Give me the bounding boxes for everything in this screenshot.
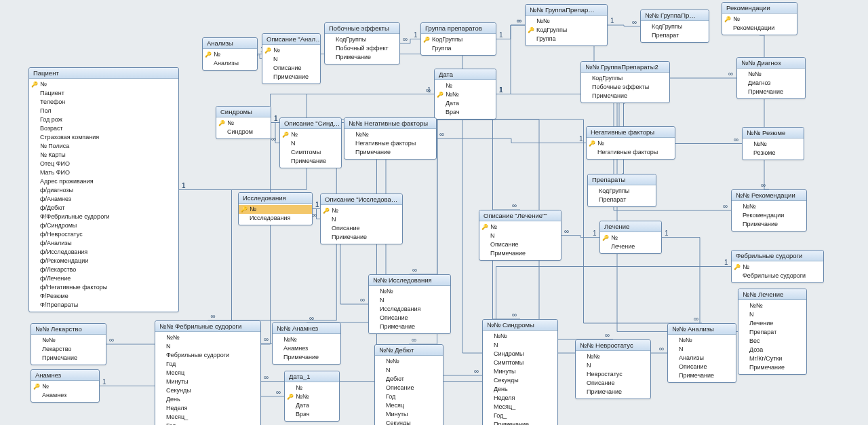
field[interactable]: Ф/Препараты	[29, 301, 178, 310]
field[interactable]: Фебрильные судороги	[732, 272, 823, 280]
table-t_nndiag[interactable]: №№ Диагноз№№ДиагнозПримечание	[736, 57, 806, 99]
field[interactable]: Фебрильные судороги	[155, 351, 260, 360]
field[interactable]: ф/Рекомендации	[29, 257, 178, 265]
table-header[interactable]: №№ Фебрильные судороги	[155, 321, 260, 332]
field[interactable]: Примечание	[737, 88, 805, 96]
field[interactable]: Исследования	[369, 305, 450, 314]
field[interactable]: N	[738, 310, 806, 319]
field[interactable]: Описание	[479, 240, 561, 249]
table-header[interactable]: Рекомендации	[722, 3, 797, 14]
field[interactable]: №№	[738, 301, 806, 310]
table-t_op_sind[interactable]: Описание "Синд…№NСимптомыПримечание	[279, 117, 342, 168]
field[interactable]: Примечание	[369, 322, 450, 331]
field[interactable]: №	[29, 80, 178, 89]
field[interactable]: Невростатус	[576, 370, 650, 379]
field[interactable]: Побочный эффект	[325, 44, 399, 53]
table-t_recom[interactable]: Рекомендации№Рекомендации	[722, 2, 797, 35]
field[interactable]: Примечание	[325, 53, 399, 62]
field[interactable]: Год	[155, 360, 260, 369]
field[interactable]: Примечание	[344, 148, 436, 157]
table-t_febr[interactable]: Фебрильные судороги№Фебрильные судороги	[731, 250, 824, 283]
field[interactable]: ф/Невростатус	[29, 230, 178, 239]
field[interactable]: Анализы	[203, 59, 257, 68]
field[interactable]: Секунды	[155, 386, 260, 395]
field[interactable]: Минуты	[155, 377, 260, 386]
table-t_nngrp_prep[interactable]: №№ ГруппаПр…КодГруппыПрепарат	[640, 10, 709, 43]
field[interactable]: Описание	[576, 379, 650, 388]
table-t_lech[interactable]: Лечение№Лечение	[599, 221, 662, 254]
field[interactable]: Примечание	[738, 363, 806, 372]
field[interactable]: КодГруппы	[526, 26, 607, 35]
field[interactable]: Ф/Резюме	[29, 292, 178, 301]
field[interactable]: Анамнез	[273, 344, 340, 353]
field[interactable]: N	[479, 232, 561, 240]
field[interactable]: Мг/Кг/Сутки	[738, 354, 806, 363]
field[interactable]: Месяц_	[483, 403, 557, 411]
table-t_negf[interactable]: Негативные факторы№Негативные факторы	[586, 126, 675, 160]
field[interactable]: №№	[732, 202, 806, 211]
field[interactable]: Анализы	[668, 354, 736, 363]
field[interactable]: ф/Лечение	[29, 274, 178, 283]
table-t_sindromy[interactable]: Синдромы№Синдром	[216, 106, 271, 139]
field[interactable]: №	[203, 50, 257, 59]
field[interactable]: №	[216, 119, 271, 128]
field[interactable]: №	[587, 139, 675, 148]
table-header[interactable]: №№ Синдромы	[483, 320, 557, 331]
field[interactable]: Минуты	[483, 367, 557, 376]
field[interactable]: Симптомы	[483, 358, 557, 367]
field[interactable]: Примечание	[483, 420, 557, 425]
field[interactable]: Примечание	[31, 354, 106, 363]
field[interactable]: N	[321, 215, 402, 224]
field[interactable]: N	[280, 139, 341, 148]
field[interactable]: №	[435, 81, 496, 90]
table-t_prep[interactable]: ПрепаратыКодГруппыПрепарат	[587, 174, 656, 207]
field[interactable]: Группа	[526, 35, 607, 43]
table-header[interactable]: Лечение	[600, 221, 661, 232]
field[interactable]: № Полиса	[29, 142, 178, 151]
field[interactable]: №№	[526, 17, 607, 26]
field[interactable]: №№	[31, 336, 106, 345]
table-t_op_issled[interactable]: Описание "Исследова…№NОписаниеПримечание	[320, 193, 403, 244]
table-header[interactable]: Описание "Анал…	[262, 34, 320, 45]
table-t_issled[interactable]: Исследования№Исследования	[238, 192, 313, 225]
field[interactable]: Описание	[668, 363, 736, 371]
field[interactable]: Дебют	[375, 375, 443, 384]
field[interactable]: ф/диагнозы	[29, 186, 178, 195]
field[interactable]: Препарат	[738, 328, 806, 337]
field[interactable]: №№	[369, 287, 450, 296]
table-t_nnissled[interactable]: №№ Исследования№№NИсследованияОписаниеПр…	[368, 274, 451, 334]
field[interactable]: N	[262, 55, 320, 64]
field[interactable]: Побочные эффекты	[581, 83, 669, 92]
field[interactable]: Лечение	[738, 319, 806, 328]
field[interactable]: N	[668, 345, 736, 354]
table-header[interactable]: Пациент	[29, 68, 178, 79]
field[interactable]: Описание	[369, 314, 450, 322]
field[interactable]: ф/Лекарство	[29, 265, 178, 274]
field[interactable]: Группа	[421, 44, 496, 53]
table-header[interactable]: №№ Негативные факторы	[344, 118, 436, 129]
table-header[interactable]: №№ Рекомендации	[732, 190, 806, 201]
table-header[interactable]: Описание "Исследова…	[321, 194, 402, 205]
field[interactable]: Препарат	[641, 31, 709, 40]
table-t_nnrecom[interactable]: №№ Рекомендации№№РекомендацииПримечание	[731, 189, 807, 232]
field[interactable]: Лекарство	[31, 345, 106, 354]
field[interactable]: Месяц	[375, 401, 443, 410]
field[interactable]: №№	[576, 352, 650, 361]
field[interactable]: №	[285, 384, 339, 392]
field[interactable]: КодГруппы	[581, 74, 669, 83]
field[interactable]: Секунды	[375, 419, 443, 425]
table-header[interactable]: №№ Дебют	[375, 345, 443, 356]
table-t_nngrp[interactable]: №№ ГруппаПрепар…№№КодГруппыГруппа	[525, 4, 608, 46]
field[interactable]: Адрес проживания	[29, 177, 178, 186]
field[interactable]: №	[722, 15, 797, 24]
field[interactable]: Секунды	[483, 376, 557, 385]
field[interactable]: Диагноз	[737, 79, 805, 88]
field[interactable]: Негативные факторы	[344, 139, 436, 148]
table-t_anamnez[interactable]: Анамнез№Анамнез	[31, 369, 100, 403]
table-header[interactable]: №№ Невростатус	[576, 340, 650, 351]
field[interactable]: Анамнез	[31, 391, 99, 400]
table-header[interactable]: №№ ГруппаПр…	[641, 10, 709, 21]
table-header[interactable]: Дата	[435, 69, 496, 80]
field[interactable]: Примечание	[262, 73, 320, 81]
table-t_nnanalizy[interactable]: №№ Анализы№№NАнализыОписаниеПримечание	[667, 323, 736, 383]
